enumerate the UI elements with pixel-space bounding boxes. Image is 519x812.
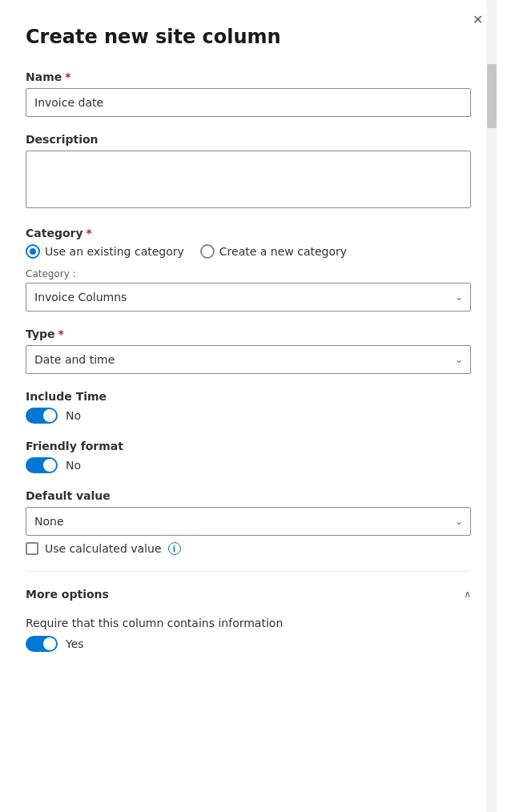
require-toggle-group: Yes xyxy=(26,636,471,652)
type-select-wrapper: Date and time Single line of text Number… xyxy=(26,345,471,374)
category-select-wrapper: Invoice Columns Custom Columns Base Colu… xyxy=(26,283,471,312)
default-value-label: Default value xyxy=(26,489,471,502)
default-value-select-wrapper: None Today's date Specific date ⌄ xyxy=(26,507,471,536)
name-required-star: * xyxy=(65,70,70,83)
close-button[interactable]: ✕ xyxy=(466,8,489,30)
scrollbar[interactable] xyxy=(487,0,497,812)
more-options-row[interactable]: More options ∧ xyxy=(26,588,471,601)
require-toggle[interactable] xyxy=(26,636,58,652)
category-select[interactable]: Invoice Columns Custom Columns Base Colu… xyxy=(26,283,471,312)
friendly-format-toggle-label: No xyxy=(66,459,81,472)
calculated-value-group: Use calculated value i xyxy=(26,542,471,555)
friendly-format-group: Friendly format No xyxy=(26,440,471,473)
category-radio-group: Use an existing category Create a new ca… xyxy=(26,244,471,259)
use-existing-label: Use an existing category xyxy=(45,245,184,258)
include-time-toggle-label: No xyxy=(66,409,81,422)
require-toggle-label: Yes xyxy=(66,637,84,650)
include-time-toggle-group: No xyxy=(26,408,471,424)
create-new-radio[interactable] xyxy=(200,244,215,259)
page-title: Create new site column xyxy=(26,26,471,48)
type-select[interactable]: Date and time Single line of text Number… xyxy=(26,345,471,374)
description-field-group: Description xyxy=(26,133,471,211)
require-label: Require that this column contains inform… xyxy=(26,617,471,629)
friendly-format-label: Friendly format xyxy=(26,440,471,452)
require-toggle-thumb xyxy=(43,637,56,650)
create-new-label: Create a new category xyxy=(219,245,347,258)
use-existing-option[interactable]: Use an existing category xyxy=(26,244,184,259)
category-label: Category * xyxy=(26,227,471,239)
name-label: Name * xyxy=(26,70,471,83)
friendly-format-toggle-group: No xyxy=(26,457,471,473)
calculated-value-label: Use calculated value xyxy=(45,542,162,555)
more-options-label: More options xyxy=(26,588,109,601)
create-new-option[interactable]: Create a new category xyxy=(200,244,347,259)
category-sub-label: Category : xyxy=(26,268,471,279)
friendly-format-toggle[interactable] xyxy=(26,457,58,473)
include-time-toggle[interactable] xyxy=(26,408,58,424)
description-label: Description xyxy=(26,133,471,146)
type-field-group: Type * Date and time Single line of text… xyxy=(26,328,471,374)
calculated-value-checkbox[interactable] xyxy=(26,542,38,555)
scrollbar-thumb xyxy=(487,64,497,128)
default-value-group: Default value None Today's date Specific… xyxy=(26,489,471,555)
create-site-column-dialog: ✕ Create new site column Name * Descript… xyxy=(0,0,497,812)
divider xyxy=(26,571,471,572)
more-options-chevron-icon: ∧ xyxy=(464,589,471,600)
category-required-star: * xyxy=(86,227,92,239)
description-input[interactable] xyxy=(26,151,471,208)
info-icon[interactable]: i xyxy=(168,542,181,555)
include-time-label: Include Time xyxy=(26,390,471,403)
friendly-format-thumb xyxy=(43,459,56,472)
type-label: Type * xyxy=(26,328,471,340)
name-field-group: Name * xyxy=(26,70,471,117)
include-time-thumb xyxy=(43,409,56,422)
default-value-select[interactable]: None Today's date Specific date xyxy=(26,507,471,536)
category-field-group: Category * Use an existing category Crea… xyxy=(26,227,471,312)
include-time-group: Include Time No xyxy=(26,390,471,424)
type-required-star: * xyxy=(58,328,64,340)
require-section: Require that this column contains inform… xyxy=(26,617,471,652)
use-existing-radio[interactable] xyxy=(26,244,40,259)
name-input[interactable] xyxy=(26,88,471,117)
